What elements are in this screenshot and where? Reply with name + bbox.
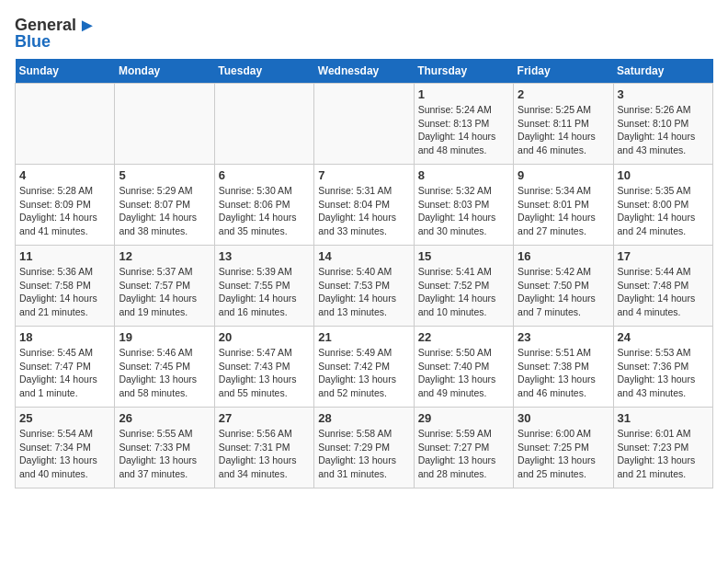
day-number: 19 [119, 330, 210, 344]
day-cell: 27Sunrise: 5:56 AM Sunset: 7:31 PM Dayli… [214, 408, 313, 488]
day-cell: 6Sunrise: 5:30 AM Sunset: 8:06 PM Daylig… [214, 165, 313, 246]
day-number: 11 [19, 249, 110, 263]
day-cell: 19Sunrise: 5:46 AM Sunset: 7:45 PM Dayli… [115, 327, 214, 408]
day-number: 22 [418, 330, 509, 344]
day-header-saturday: Saturday [613, 59, 712, 84]
day-cell: 14Sunrise: 5:40 AM Sunset: 7:53 PM Dayli… [314, 246, 414, 327]
logo: General ► Blue [15, 15, 97, 52]
day-cell: 30Sunrise: 6:00 AM Sunset: 7:25 PM Dayli… [514, 408, 613, 488]
day-info: Sunrise: 5:44 AM Sunset: 7:48 PM Dayligh… [618, 265, 709, 319]
day-number: 6 [219, 168, 310, 182]
day-number: 9 [518, 168, 609, 182]
day-info: Sunrise: 5:41 AM Sunset: 7:52 PM Dayligh… [418, 265, 509, 319]
day-header-sunday: Sunday [16, 59, 115, 84]
day-cell: 28Sunrise: 5:58 AM Sunset: 7:29 PM Dayli… [314, 408, 414, 488]
week-row-2: 4Sunrise: 5:28 AM Sunset: 8:09 PM Daylig… [16, 165, 713, 246]
day-info: Sunrise: 5:35 AM Sunset: 8:00 PM Dayligh… [618, 184, 709, 238]
day-info: Sunrise: 5:56 AM Sunset: 7:31 PM Dayligh… [219, 427, 310, 481]
day-cell: 2Sunrise: 5:25 AM Sunset: 8:11 PM Daylig… [514, 84, 613, 165]
day-info: Sunrise: 5:26 AM Sunset: 8:10 PM Dayligh… [618, 103, 709, 157]
day-cell: 18Sunrise: 5:45 AM Sunset: 7:47 PM Dayli… [16, 327, 115, 408]
day-info: Sunrise: 5:28 AM Sunset: 8:09 PM Dayligh… [19, 184, 110, 238]
day-cell [16, 84, 115, 165]
day-header-tuesday: Tuesday [214, 59, 313, 84]
day-cell [115, 84, 214, 165]
day-cell [314, 84, 414, 165]
day-number: 18 [19, 330, 110, 344]
day-info: Sunrise: 5:34 AM Sunset: 8:01 PM Dayligh… [518, 184, 609, 238]
day-cell: 4Sunrise: 5:28 AM Sunset: 8:09 PM Daylig… [16, 165, 115, 246]
day-number: 16 [518, 249, 609, 263]
day-number: 28 [318, 411, 409, 425]
logo-text-blue: Blue [15, 32, 51, 52]
day-number: 31 [618, 411, 709, 425]
day-number: 4 [19, 168, 110, 182]
day-cell: 16Sunrise: 5:42 AM Sunset: 7:50 PM Dayli… [514, 246, 613, 327]
day-cell: 5Sunrise: 5:29 AM Sunset: 8:07 PM Daylig… [115, 165, 214, 246]
day-cell: 15Sunrise: 5:41 AM Sunset: 7:52 PM Dayli… [414, 246, 513, 327]
day-cell: 9Sunrise: 5:34 AM Sunset: 8:01 PM Daylig… [514, 165, 613, 246]
day-number: 21 [318, 330, 409, 344]
day-info: Sunrise: 5:46 AM Sunset: 7:45 PM Dayligh… [119, 346, 210, 400]
week-row-1: 1Sunrise: 5:24 AM Sunset: 8:13 PM Daylig… [16, 84, 713, 165]
day-info: Sunrise: 5:59 AM Sunset: 7:27 PM Dayligh… [418, 427, 509, 481]
day-cell: 24Sunrise: 5:53 AM Sunset: 7:36 PM Dayli… [613, 327, 712, 408]
header: General ► Blue [15, 15, 713, 52]
day-number: 8 [418, 168, 509, 182]
day-info: Sunrise: 5:45 AM Sunset: 7:47 PM Dayligh… [19, 346, 110, 400]
week-row-3: 11Sunrise: 5:36 AM Sunset: 7:58 PM Dayli… [16, 246, 713, 327]
day-number: 7 [318, 168, 409, 182]
day-cell: 20Sunrise: 5:47 AM Sunset: 7:43 PM Dayli… [214, 327, 313, 408]
day-info: Sunrise: 6:00 AM Sunset: 7:25 PM Dayligh… [518, 427, 609, 481]
day-cell: 26Sunrise: 5:55 AM Sunset: 7:33 PM Dayli… [115, 408, 214, 488]
day-info: Sunrise: 5:25 AM Sunset: 8:11 PM Dayligh… [518, 103, 609, 157]
day-number: 25 [19, 411, 110, 425]
day-info: Sunrise: 5:39 AM Sunset: 7:55 PM Dayligh… [219, 265, 310, 319]
week-row-4: 18Sunrise: 5:45 AM Sunset: 7:47 PM Dayli… [16, 327, 713, 408]
day-cell: 23Sunrise: 5:51 AM Sunset: 7:38 PM Dayli… [514, 327, 613, 408]
day-info: Sunrise: 5:42 AM Sunset: 7:50 PM Dayligh… [518, 265, 609, 319]
day-number: 24 [618, 330, 709, 344]
day-number: 26 [119, 411, 210, 425]
day-info: Sunrise: 6:01 AM Sunset: 7:23 PM Dayligh… [618, 427, 709, 481]
day-number: 15 [418, 249, 509, 263]
day-number: 29 [418, 411, 509, 425]
day-number: 1 [418, 87, 509, 101]
day-info: Sunrise: 5:55 AM Sunset: 7:33 PM Dayligh… [119, 427, 210, 481]
day-number: 23 [518, 330, 609, 344]
day-info: Sunrise: 5:51 AM Sunset: 7:38 PM Dayligh… [518, 346, 609, 400]
day-info: Sunrise: 5:36 AM Sunset: 7:58 PM Dayligh… [19, 265, 110, 319]
day-cell: 22Sunrise: 5:50 AM Sunset: 7:40 PM Dayli… [414, 327, 513, 408]
day-number: 14 [318, 249, 409, 263]
day-cell: 29Sunrise: 5:59 AM Sunset: 7:27 PM Dayli… [414, 408, 513, 488]
day-cell: 1Sunrise: 5:24 AM Sunset: 8:13 PM Daylig… [414, 84, 513, 165]
day-number: 5 [119, 168, 210, 182]
day-cell: 7Sunrise: 5:31 AM Sunset: 8:04 PM Daylig… [314, 165, 414, 246]
day-cell: 31Sunrise: 6:01 AM Sunset: 7:23 PM Dayli… [613, 408, 712, 488]
day-info: Sunrise: 5:31 AM Sunset: 8:04 PM Dayligh… [318, 184, 409, 238]
day-number: 10 [618, 168, 709, 182]
day-info: Sunrise: 5:29 AM Sunset: 8:07 PM Dayligh… [119, 184, 210, 238]
day-cell: 12Sunrise: 5:37 AM Sunset: 7:57 PM Dayli… [115, 246, 214, 327]
day-header-friday: Friday [514, 59, 613, 84]
day-info: Sunrise: 5:32 AM Sunset: 8:03 PM Dayligh… [418, 184, 509, 238]
day-info: Sunrise: 5:49 AM Sunset: 7:42 PM Dayligh… [318, 346, 409, 400]
day-cell: 11Sunrise: 5:36 AM Sunset: 7:58 PM Dayli… [16, 246, 115, 327]
days-header-row: SundayMondayTuesdayWednesdayThursdayFrid… [16, 59, 713, 84]
day-info: Sunrise: 5:53 AM Sunset: 7:36 PM Dayligh… [618, 346, 709, 400]
day-info: Sunrise: 5:37 AM Sunset: 7:57 PM Dayligh… [119, 265, 210, 319]
day-cell: 3Sunrise: 5:26 AM Sunset: 8:10 PM Daylig… [613, 84, 712, 165]
day-info: Sunrise: 5:54 AM Sunset: 7:34 PM Dayligh… [19, 427, 110, 481]
day-cell: 25Sunrise: 5:54 AM Sunset: 7:34 PM Dayli… [16, 408, 115, 488]
day-cell: 8Sunrise: 5:32 AM Sunset: 8:03 PM Daylig… [414, 165, 513, 246]
logo-bird-icon: ► [78, 15, 97, 36]
calendar-table: SundayMondayTuesdayWednesdayThursdayFrid… [15, 59, 713, 488]
day-info: Sunrise: 5:40 AM Sunset: 7:53 PM Dayligh… [318, 265, 409, 319]
day-cell: 10Sunrise: 5:35 AM Sunset: 8:00 PM Dayli… [613, 165, 712, 246]
day-number: 2 [518, 87, 609, 101]
day-cell: 21Sunrise: 5:49 AM Sunset: 7:42 PM Dayli… [314, 327, 414, 408]
day-header-wednesday: Wednesday [314, 59, 414, 84]
day-info: Sunrise: 5:47 AM Sunset: 7:43 PM Dayligh… [219, 346, 310, 400]
day-number: 30 [518, 411, 609, 425]
day-cell [214, 84, 313, 165]
